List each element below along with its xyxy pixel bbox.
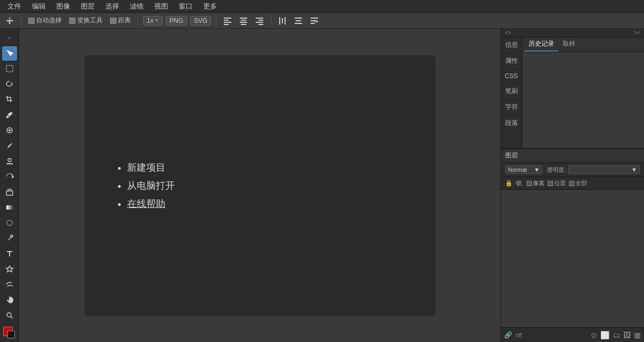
color-swatches[interactable] xyxy=(2,326,17,342)
menu-file[interactable]: 文件 xyxy=(2,0,27,12)
duplicate-layer-button[interactable]: 🗂 xyxy=(613,331,620,339)
right-panel-tab-bar: 历史记录 取样 xyxy=(522,37,644,52)
background-color[interactable] xyxy=(7,331,15,338)
samples-tab[interactable]: 取样 xyxy=(558,37,580,52)
online-help-item[interactable]: 在线帮助 xyxy=(127,197,436,210)
align-right-button[interactable] xyxy=(253,15,266,26)
distribute-v-button[interactable] xyxy=(292,15,305,26)
move-tool-button[interactable] xyxy=(3,15,16,26)
svg-rect-21 xyxy=(6,65,13,72)
mask-button[interactable]: 🖼 xyxy=(623,331,631,339)
menu-window[interactable]: 窗口 xyxy=(173,0,198,12)
heal-tool[interactable] xyxy=(2,123,17,138)
svg-point-29 xyxy=(7,313,11,317)
lock-icon: 🔒 xyxy=(505,180,513,187)
lock-pixels-checkbox[interactable]: 像素 xyxy=(526,179,545,187)
menu-view[interactable]: 视图 xyxy=(149,0,173,12)
properties-panel-item[interactable]: 属性 xyxy=(501,53,522,69)
main-body: « xyxy=(0,29,644,342)
menu-filter[interactable]: 滤镜 xyxy=(124,0,149,12)
paragraph-panel-item[interactable]: 段落 xyxy=(501,115,522,131)
lock-position-checkbox[interactable]: 位置 xyxy=(548,179,566,187)
svg-rect-18 xyxy=(311,18,318,19)
shape-tool[interactable] xyxy=(2,262,17,276)
blend-mode-arrow: ▼ xyxy=(534,166,540,173)
stamp-tool[interactable] xyxy=(2,154,17,169)
distance-toggle[interactable]: 距离 xyxy=(108,15,133,26)
link-icon[interactable]: 🔗 xyxy=(504,331,512,339)
brush-tool[interactable] xyxy=(2,139,17,153)
transform-checkbox xyxy=(69,18,76,24)
svg-rect-2 xyxy=(224,22,231,23)
crop-tool[interactable] xyxy=(2,93,17,107)
pen-tool[interactable] xyxy=(2,231,17,245)
scale-value: 1x xyxy=(147,17,154,24)
scale-dropdown[interactable]: 1x ▼ xyxy=(143,16,163,26)
distribute-h-button[interactable] xyxy=(276,15,289,26)
menu-edit[interactable]: 编辑 xyxy=(27,0,51,12)
new-layer-button[interactable]: ⊙ xyxy=(591,331,597,339)
open-from-computer-item[interactable]: 从电脑打开 xyxy=(127,179,436,192)
warp-tool[interactable] xyxy=(2,277,17,291)
gradient-tool[interactable] xyxy=(2,200,17,214)
svg-rect-13 xyxy=(282,18,283,23)
lock-all-checkbox[interactable]: 全部 xyxy=(569,179,587,187)
svg-rect-11 xyxy=(258,24,263,25)
zoom-tool[interactable] xyxy=(2,308,17,322)
character-panel-item[interactable]: 字符 xyxy=(501,99,522,115)
lock-pixels-label: 像素 xyxy=(533,179,545,187)
hand-tool[interactable] xyxy=(2,293,17,307)
off-label: off xyxy=(515,332,522,338)
svg-rect-26 xyxy=(6,205,13,210)
format-svg-button[interactable]: SVG xyxy=(190,16,211,26)
lock-label: 锁: xyxy=(516,179,523,187)
toolbar: 自动选择 变换工具 距离 1x ▼ PNG SVG xyxy=(0,13,644,29)
svg-rect-19 xyxy=(311,20,316,21)
opacity-dropdown[interactable]: ▼ xyxy=(568,165,640,174)
history-brush-tool[interactable] xyxy=(2,170,17,184)
svg-rect-10 xyxy=(256,22,263,23)
svg-rect-15 xyxy=(295,18,302,19)
eyedropper-tool[interactable] xyxy=(2,108,17,122)
lock-pixels-check-box xyxy=(526,181,532,186)
align-left-button[interactable] xyxy=(221,15,234,26)
menu-layer[interactable]: 图层 xyxy=(76,0,100,12)
svg-rect-24 xyxy=(6,163,13,164)
menu-more[interactable]: 更多 xyxy=(198,0,222,12)
format-png-button[interactable]: PNG xyxy=(166,16,187,26)
menu-image[interactable]: 图像 xyxy=(51,0,76,12)
add-folder-button[interactable]: ⬜ xyxy=(600,331,609,339)
blur-tool[interactable] xyxy=(2,215,17,230)
new-project-item[interactable]: 新建项目 xyxy=(127,161,436,174)
svg-rect-3 xyxy=(224,24,229,25)
brush-panel-item[interactable]: 笔刷 xyxy=(501,84,522,99)
right-top-main: 历史记录 取样 xyxy=(522,37,644,148)
info-panel-item[interactable]: 信息 xyxy=(501,37,522,53)
wrap-text-button[interactable] xyxy=(308,15,321,26)
canvas-area: 新建项目 从电脑打开 在线帮助 xyxy=(19,29,500,342)
eraser-tool[interactable] xyxy=(2,185,17,199)
delete-layer-button[interactable]: ▦ xyxy=(634,331,641,339)
panel-collapse-right[interactable]: >< xyxy=(632,30,642,36)
lasso-tool[interactable] xyxy=(2,77,17,91)
menu-select[interactable]: 选择 xyxy=(100,0,124,12)
selection-tool[interactable] xyxy=(2,46,17,61)
css-panel-item[interactable]: CSS xyxy=(501,69,522,84)
collapse-panel-button[interactable]: « xyxy=(2,31,17,45)
text-tool[interactable] xyxy=(2,246,17,261)
panel-collapse-left[interactable]: <> xyxy=(503,30,513,36)
align-center-button[interactable] xyxy=(237,15,250,26)
history-tab[interactable]: 历史记录 xyxy=(524,37,558,52)
svg-rect-0 xyxy=(224,18,231,19)
auto-select-toggle[interactable]: 自动选择 xyxy=(26,15,64,26)
right-panel: <> >< 信息 属性 CSS 笔刷 字符 段落 历史记录 取样 xyxy=(500,29,644,342)
svg-rect-7 xyxy=(241,24,246,25)
toolbar-sep-2 xyxy=(138,15,138,26)
transform-tool-toggle[interactable]: 变换工具 xyxy=(67,15,105,26)
svg-rect-25 xyxy=(6,191,13,195)
panel-side-labels: 信息 属性 CSS 笔刷 字符 段落 xyxy=(501,37,522,148)
marquee-tool[interactable] xyxy=(2,62,17,76)
distance-checkbox xyxy=(110,18,116,24)
toolbar-sep-3 xyxy=(216,15,216,26)
blend-mode-dropdown[interactable]: Normal ▼ xyxy=(505,165,542,174)
